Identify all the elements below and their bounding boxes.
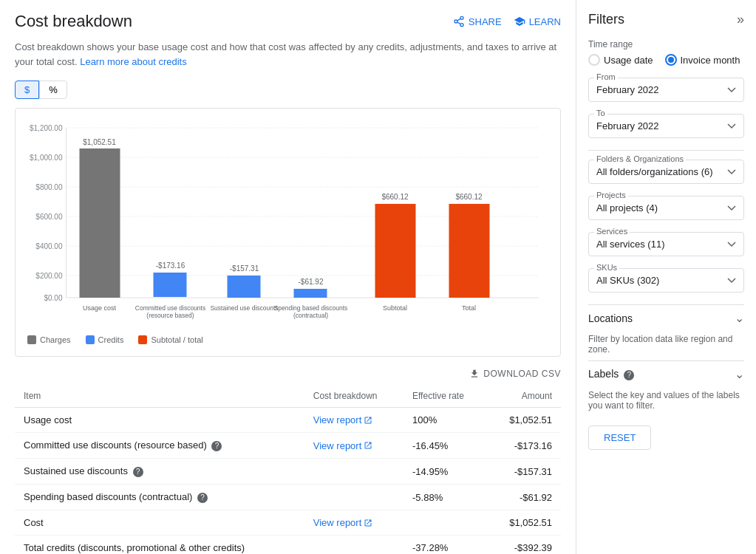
- svg-text:$200.00: $200.00: [35, 272, 63, 280]
- download-row: DOWNLOAD CSV: [15, 369, 561, 379]
- to-select[interactable]: February 2022: [588, 114, 744, 138]
- view-report-link[interactable]: View report: [313, 517, 395, 528]
- chart-container: $1,200.00 $1,000.00 $800.00 $600.00 $400…: [15, 108, 561, 357]
- share-button[interactable]: SHARE: [453, 16, 502, 27]
- svg-point-0: [460, 16, 463, 19]
- description-text: Cost breakdown shows your base usage cos…: [15, 40, 561, 69]
- invoice-month-radio[interactable]: Invoice month: [665, 54, 740, 66]
- amount-total-credits: -$392.39: [488, 536, 561, 555]
- percent-button[interactable]: %: [39, 81, 67, 99]
- learn-button[interactable]: LEARN: [514, 16, 561, 27]
- credits-label: Credits: [98, 335, 124, 344]
- to-wrapper: To February 2022: [588, 114, 744, 138]
- external-link-icon: [364, 441, 372, 450]
- usage-date-radio[interactable]: Usage date: [588, 54, 653, 66]
- external-link-icon: [364, 519, 372, 527]
- svg-text:$400.00: $400.00: [35, 242, 63, 250]
- from-section: From February 2022: [588, 78, 744, 102]
- usage-date-radio-outer: [588, 54, 600, 66]
- svg-point-2: [460, 24, 463, 27]
- reset-button[interactable]: RESET: [588, 425, 651, 450]
- item-total-credits: Total credits (discounts, promotional & …: [15, 536, 304, 555]
- folders-wrapper: Folders & Organizations All folders/orga…: [588, 160, 744, 184]
- table-row: Cost View report $1,052.51: [15, 510, 561, 536]
- projects-section: Projects All projects (4): [588, 196, 744, 220]
- svg-text:$660.12: $660.12: [381, 193, 409, 201]
- svg-text:Subtotal: Subtotal: [383, 304, 407, 312]
- amount-committed: -$173.16: [488, 433, 561, 459]
- help-icon[interactable]: ?: [211, 441, 222, 451]
- cb-spending: [304, 485, 403, 510]
- page-title: Cost breakdown: [15, 12, 132, 31]
- help-icon[interactable]: ?: [133, 467, 143, 477]
- col-cost-breakdown: Cost breakdown: [304, 385, 403, 408]
- from-wrapper: From February 2022: [588, 78, 744, 102]
- learn-more-link[interactable]: Learn more about credits: [80, 56, 187, 67]
- currency-toggle: $ %: [15, 81, 561, 99]
- svg-text:$800.00: $800.00: [35, 183, 63, 191]
- amount-sustained: -$157.31: [488, 459, 561, 485]
- view-report-link[interactable]: View report: [313, 440, 395, 451]
- external-link-icon: [364, 416, 372, 425]
- to-section: To February 2022: [588, 114, 744, 138]
- rate-total-credits: -37.28%: [403, 536, 488, 555]
- item-cost: Cost: [15, 510, 304, 536]
- invoice-month-label: Invoice month: [681, 55, 740, 66]
- help-icon[interactable]: ?: [197, 493, 208, 503]
- cb-usage-cost: View report: [304, 408, 403, 433]
- table-row: Spending based discounts (contractual) ?…: [15, 485, 561, 510]
- sidebar-title: Filters: [588, 12, 624, 27]
- credits-dot: [86, 335, 95, 344]
- legend-subtotal-total: Subtotal / total: [138, 335, 202, 344]
- charges-label: Charges: [40, 335, 71, 344]
- download-label: DOWNLOAD CSV: [483, 369, 561, 379]
- invoice-month-radio-outer: [665, 54, 677, 66]
- cb-committed: View report: [304, 433, 403, 459]
- view-report-link[interactable]: View report: [313, 414, 395, 425]
- bar-total: [449, 204, 490, 298]
- projects-label: Projects: [594, 191, 628, 199]
- share-icon: [453, 16, 465, 27]
- svg-text:$600.00: $600.00: [35, 213, 63, 221]
- main-content: Cost breakdown SHARE LEARN Cost breakdow…: [0, 0, 576, 554]
- rate-committed: -16.45%: [403, 433, 488, 459]
- sidebar-header: Filters »: [588, 12, 744, 27]
- item-sustained: Sustained use discounts ?: [15, 459, 304, 485]
- skus-label: SKUs: [594, 263, 619, 272]
- download-csv-button[interactable]: DOWNLOAD CSV: [469, 369, 561, 379]
- table-row: Usage cost View report 100% $1,052.51: [15, 408, 561, 433]
- svg-text:Total: Total: [462, 304, 476, 312]
- skus-wrapper: SKUs All SKUs (302): [588, 268, 744, 293]
- subtotal-total-label: Subtotal / total: [151, 335, 202, 344]
- collapse-sidebar-button[interactable]: »: [737, 12, 744, 27]
- bar-sustained: [228, 276, 261, 298]
- table-row: Committed use discounts (resource based)…: [15, 433, 561, 459]
- svg-text:$1,000.00: $1,000.00: [30, 154, 63, 162]
- labels-help-icon[interactable]: ?: [624, 370, 634, 380]
- header-actions: SHARE LEARN: [453, 16, 561, 27]
- svg-point-1: [454, 20, 457, 23]
- rate-spending: -5.88%: [403, 485, 488, 510]
- locations-header[interactable]: Locations ⌄: [588, 304, 744, 331]
- svg-text:$660.12: $660.12: [455, 193, 483, 201]
- page-header: Cost breakdown SHARE LEARN: [15, 12, 561, 31]
- labels-header[interactable]: Labels ? ⌄: [588, 360, 744, 387]
- svg-text:Committed use discounts: Committed use discounts: [135, 304, 205, 312]
- share-label: SHARE: [469, 16, 502, 27]
- amount-cost: $1,052.51: [488, 510, 561, 536]
- subtotal-total-dot: [138, 335, 147, 344]
- cb-total-credits: [304, 536, 403, 555]
- folders-label: Folders & Organizations: [594, 154, 686, 163]
- to-label: To: [594, 109, 607, 117]
- usage-date-label: Usage date: [604, 55, 653, 66]
- locations-chevron-icon: ⌄: [735, 311, 744, 325]
- reset-section: RESET: [588, 417, 744, 450]
- from-label: From: [594, 72, 618, 81]
- svg-text:$1,052.51: $1,052.51: [83, 138, 116, 146]
- cb-sustained: [304, 459, 403, 485]
- svg-line-4: [457, 18, 461, 21]
- rate-usage-cost: 100%: [403, 408, 488, 433]
- chart-legend: Charges Credits Subtotal / total: [27, 335, 548, 344]
- dollar-button[interactable]: $: [15, 81, 39, 99]
- learn-label: LEARN: [529, 16, 561, 27]
